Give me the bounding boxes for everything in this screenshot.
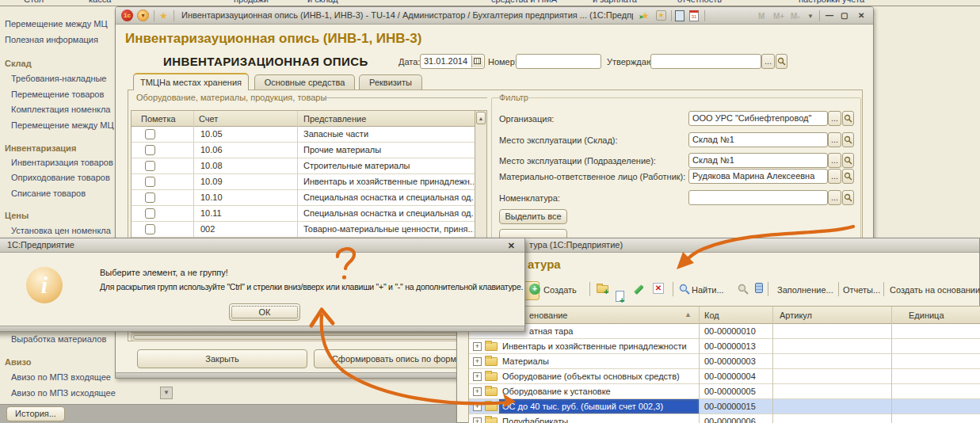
column-header-code[interactable]: Код — [704, 311, 719, 320]
copy-icon[interactable]: + — [616, 291, 624, 302]
sidebar-item[interactable]: Полезная информация — [5, 35, 98, 44]
top-menu-item[interactable]: отчетность — [677, 0, 722, 4]
column-header-unit[interactable]: Единица — [909, 311, 944, 320]
create-group-icon[interactable]: + — [597, 285, 608, 293]
dialog-close-icon[interactable]: ✕ — [508, 241, 515, 251]
sidebar-item[interactable]: Требования-накладные — [11, 74, 107, 83]
row-checkbox[interactable] — [145, 145, 155, 155]
create-button[interactable]: Создать — [543, 285, 577, 295]
expand-icon[interactable]: + — [473, 387, 482, 396]
filter-choose-button[interactable]: ... — [828, 111, 841, 126]
list-view-icon[interactable] — [755, 283, 763, 293]
find-icon[interactable] — [679, 284, 690, 296]
maximize-button[interactable]: ▢ — [841, 11, 848, 20]
sidebar-item[interactable]: Комплектация номенкла — [11, 105, 110, 114]
filter-search-icon[interactable] — [842, 132, 854, 147]
row-checkbox[interactable] — [145, 208, 155, 219]
sidebar-item[interactable]: Установка цен номенкла — [11, 226, 111, 235]
sidebar-item[interactable]: Перемещение между МЦ — [5, 19, 108, 29]
approve-field[interactable] — [650, 54, 761, 69]
delete-icon[interactable]: ✕ — [653, 283, 664, 294]
memory-dropdown-icon[interactable]: ▼ — [807, 13, 814, 20]
expand-icon[interactable]: + — [473, 402, 482, 411]
top-menu-item[interactable]: и склад — [307, 0, 338, 4]
column-header-name[interactable]: енование — [529, 311, 568, 320]
expand-icon[interactable]: + — [473, 342, 482, 351]
find-button[interactable]: Найти... — [692, 285, 724, 295]
date-picker-icon[interactable] — [471, 55, 483, 67]
select-all-button[interactable]: Выделить все — [499, 209, 567, 224]
number-field[interactable] — [516, 54, 601, 69]
filter-choose-button[interactable]: ... — [828, 132, 841, 147]
row-checkbox[interactable] — [145, 161, 155, 171]
calendar-icon[interactable]: 31 — [689, 10, 699, 21]
create-icon[interactable]: + — [529, 284, 540, 295]
approve-search-icon[interactable] — [776, 54, 787, 69]
filter-field[interactable]: Рудякова Марина Алексеевна — [688, 169, 828, 184]
sidebar-item[interactable]: Авизо по МПЗ исходящее — [11, 388, 116, 398]
top-menu-item[interactable]: средства и НМА — [491, 0, 557, 4]
add-favorite-icon[interactable]: ★➤ — [641, 10, 650, 21]
filter-choose-button[interactable]: ... — [828, 190, 841, 205]
expand-icon[interactable]: + — [473, 372, 482, 381]
table-row[interactable]: 10.10Специальная оснастка и специальная … — [132, 190, 475, 206]
filter-search-icon[interactable] — [842, 111, 854, 126]
table-row[interactable]: 10.11Специальная оснастка и специальная … — [132, 206, 475, 222]
reports-button[interactable]: Отчеты... — [843, 285, 880, 295]
table-row[interactable]: 002Товарно-материальные ценности, приня.… — [132, 222, 475, 238]
tab-fixed-assets[interactable]: Основные средства — [254, 74, 355, 90]
fill-button[interactable]: Заполнение... — [777, 285, 833, 295]
table-row[interactable]: 10.06Прочие материалы — [132, 143, 475, 158]
calculator-icon[interactable] — [675, 10, 684, 21]
filter-search-icon[interactable] — [842, 153, 854, 168]
top-menu-item[interactable]: Стол — [24, 0, 44, 4]
row-checkbox[interactable] — [145, 192, 155, 203]
tab-details[interactable]: Реквизиты — [359, 74, 422, 90]
filter-field[interactable]: Склад №1 — [688, 132, 828, 147]
tab-tmc-storage[interactable]: ТМЦНа местах хранения — [133, 73, 249, 90]
filter-choose-button[interactable]: ... — [828, 153, 841, 168]
table-row[interactable]: 10.09Инвентарь и хозяйственные принадлеж… — [132, 174, 475, 190]
catalog-row[interactable]: атная тара00-00000010 — [469, 324, 980, 339]
top-menu-item[interactable]: настройки учета — [799, 0, 864, 4]
memory-m-button[interactable]: M — [758, 12, 765, 21]
filter-search-icon[interactable] — [842, 190, 854, 205]
horizontal-scrollbar[interactable] — [131, 333, 476, 341]
date-field[interactable]: 31.01.2014 — [420, 54, 485, 69]
minimize-button[interactable]: — — [826, 11, 833, 20]
sidebar-item[interactable]: Авизо по МПЗ входящее — [11, 372, 111, 382]
top-menu-item[interactable]: продажи — [234, 0, 269, 4]
row-checkbox[interactable] — [145, 177, 155, 187]
table-row[interactable]: 10.05Запасные части — [132, 127, 475, 143]
memory-m-minus-button[interactable]: M- — [791, 12, 800, 21]
filter-choose-button[interactable]: ... — [828, 169, 841, 184]
column-header-name[interactable]: Представление — [303, 114, 366, 124]
row-checkbox[interactable] — [145, 129, 155, 139]
catalog-row[interactable]: +Полуфабрикаты00-00000006 — [469, 414, 980, 423]
catalog-row[interactable]: +Оборудование (объекты основных средств)… — [469, 369, 980, 384]
catalog-row[interactable]: +ОС до 40 тыс. руб. (бывший счет 002,3)0… — [469, 399, 980, 414]
catalog-row[interactable]: +Оборудование к установке00-00000005 — [469, 384, 980, 399]
column-header-article[interactable]: Артикул — [780, 311, 812, 320]
close-button[interactable]: ✕ — [858, 11, 864, 20]
catalog-row[interactable]: +Материалы00-00000003 — [469, 354, 980, 369]
top-menu-item[interactable]: касса — [89, 0, 111, 4]
create-based-button[interactable]: Создать на основании — [890, 285, 980, 295]
row-checkbox[interactable] — [145, 224, 155, 234]
sidebar-item[interactable]: Оприходование товаров — [11, 173, 110, 182]
favorites-star-icon[interactable]: ★ — [159, 10, 168, 21]
edit-icon[interactable] — [634, 284, 644, 295]
top-menu-item[interactable]: и зарплата — [593, 0, 637, 4]
clear-find-icon[interactable] — [738, 284, 749, 296]
approve-choose-button[interactable]: ... — [761, 54, 775, 69]
sidebar-item[interactable]: Перемещение товаров — [11, 90, 104, 99]
close-form-button[interactable]: Закрыть — [137, 349, 307, 368]
filter-field[interactable]: Склад №1 — [688, 153, 828, 168]
selected-cell[interactable]: ОС до 40 тыс. руб. (бывший счет 002,3) — [499, 399, 699, 413]
table-row[interactable]: 10.08Строительные материалы — [132, 158, 475, 174]
sidebar-item[interactable]: Инвентаризация товаров — [11, 158, 113, 167]
favorites-list-icon[interactable]: ★ — [656, 10, 666, 21]
filter-field[interactable] — [688, 190, 828, 205]
expand-icon[interactable]: + — [473, 417, 482, 423]
memory-m-plus-button[interactable]: M+ — [773, 12, 784, 21]
